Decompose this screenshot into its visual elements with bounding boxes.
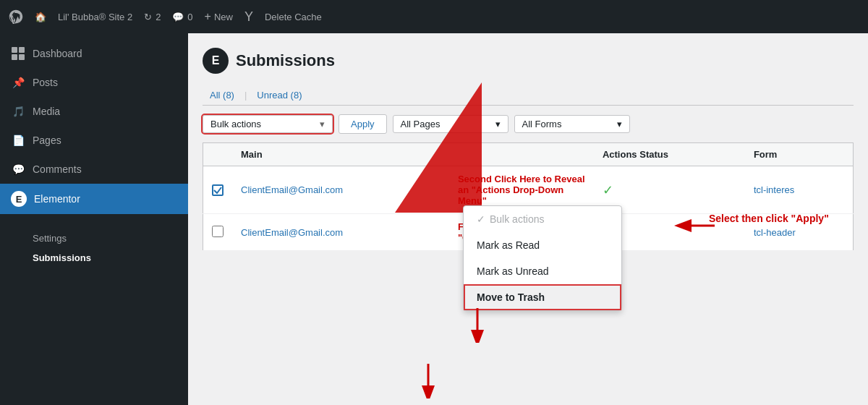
row1-checkbox[interactable] <box>212 184 224 196</box>
all-pages-dropdown[interactable]: All Pages ▾ <box>393 115 509 133</box>
sidebar-label-elementor: Elementor <box>34 193 80 205</box>
home-icon: 🏠 <box>35 12 46 22</box>
bulk-actions-dropdown[interactable]: Bulk actions ▾ <box>203 115 333 133</box>
all-forms-label: All Forms <box>522 119 562 129</box>
checkmark-icon <box>213 186 222 195</box>
col-form: Form <box>745 143 854 166</box>
elementor-page-icon: E <box>203 48 229 74</box>
yoast-button[interactable]: Y <box>244 9 253 25</box>
col-empty <box>449 143 594 166</box>
media-icon: 🎵 <box>11 104 25 119</box>
admin-bar: 🏠 Lil' Bubba® Site 2 ↻ 2 💬 0 + New Y Del… <box>0 0 868 33</box>
sidebar-item-dashboard[interactable]: Dashboard <box>0 39 188 68</box>
row1-form[interactable]: tcl-interes <box>745 166 854 214</box>
page-title: Submissions <box>236 51 335 70</box>
tab-all[interactable]: All (8) <box>203 85 242 105</box>
elementor-icon: E <box>11 191 27 207</box>
sidebar-item-comments[interactable]: 💬 Comments <box>0 155 188 184</box>
home-icon-button[interactable]: 🏠 <box>35 12 46 22</box>
tab-unread[interactable]: Unread (8) <box>250 85 309 105</box>
row2-email-link[interactable]: ClientEmail@Gmail.com <box>241 227 343 238</box>
svg-rect-2 <box>12 54 17 60</box>
main-content: E Submissions All (8) | Unread (8) Bulk … <box>188 33 868 405</box>
delete-cache-button[interactable]: Delete Cache <box>265 12 322 22</box>
bulk-actions-chevron-icon: ▾ <box>320 119 325 129</box>
bulk-actions-label: Bulk actions <box>210 119 261 129</box>
layout: Dashboard 📌 Posts 🎵 Media 📄 Pages 💬 Comm… <box>0 33 868 405</box>
sidebar-label-pages: Pages <box>33 135 61 146</box>
page-header: E Submissions <box>203 48 854 74</box>
sidebar-label-dashboard: Dashboard <box>33 48 82 59</box>
row1-status-icon: ✓ <box>603 183 613 197</box>
yoast-icon: Y <box>244 9 253 25</box>
sidebar-label-media: Media <box>33 106 60 117</box>
col-main: Main <box>232 143 449 166</box>
row2-email[interactable]: ClientEmail@Gmail.com <box>232 214 449 251</box>
arrow-first-click-icon <box>420 362 437 398</box>
bulk-actions-dropdown-menu[interactable]: ✓ Bulk actions Mark as Read Mark as Unre… <box>463 205 622 311</box>
dropdown-item-mark-unread[interactable]: Mark as Unread <box>464 258 621 284</box>
wp-logo-icon <box>9 9 23 24</box>
sidebar-label-comments: Comments <box>33 163 82 175</box>
all-forms-chevron-icon: ▾ <box>617 119 622 129</box>
row1-email-link[interactable]: ClientEmail@Gmail.com <box>241 184 343 195</box>
dropdown-item-move-trash[interactable]: Move to Trash <box>464 284 621 310</box>
apply-button[interactable]: Apply <box>339 114 387 134</box>
svg-rect-3 <box>19 54 25 60</box>
row1-checkbox-cell[interactable] <box>203 166 233 214</box>
checkmark-indicator: ✓ <box>477 213 485 225</box>
sidebar-item-media[interactable]: 🎵 Media <box>0 97 188 126</box>
row2-form[interactable]: tcl-header <box>745 214 854 251</box>
sidebar-item-elementor[interactable]: E Elementor <box>0 184 188 214</box>
updates-icon: ↻ <box>144 12 152 22</box>
sidebar-item-pages[interactable]: 📄 Pages <box>0 126 188 155</box>
sidebar-item-posts[interactable]: 📌 Posts <box>0 68 188 97</box>
tab-separator: | <box>242 90 250 101</box>
tabs-bar: All (8) | Unread (8) <box>203 85 854 106</box>
comments-button[interactable]: 💬 0 <box>172 12 192 22</box>
dashboard-icon <box>11 46 25 61</box>
pages-icon: 📄 <box>11 133 25 148</box>
updates-button[interactable]: ↻ 2 <box>144 12 161 22</box>
comments-bubble-icon: 💬 <box>11 162 25 176</box>
row2-checkbox[interactable] <box>212 226 224 237</box>
dropdown-item-bulk-actions: ✓ Bulk actions <box>464 206 621 232</box>
row1-email[interactable]: ClientEmail@Gmail.com <box>232 166 449 214</box>
svg-rect-0 <box>12 47 17 53</box>
row1-form-link[interactable]: tcl-interes <box>754 184 794 195</box>
sidebar-item-submissions[interactable]: Submissions <box>0 248 188 268</box>
sidebar-label-submissions: Submissions <box>33 252 91 263</box>
all-pages-chevron-icon: ▾ <box>495 119 501 129</box>
col-actions-status: Actions Status <box>594 143 745 166</box>
dropdown-item-mark-read[interactable]: Mark as Read <box>464 232 621 258</box>
new-button[interactable]: + New <box>205 10 233 23</box>
wp-logo-button[interactable] <box>9 9 23 24</box>
sidebar-item-settings[interactable]: Settings <box>0 229 188 248</box>
comments-icon: 💬 <box>172 12 184 22</box>
sidebar: Dashboard 📌 Posts 🎵 Media 📄 Pages 💬 Comm… <box>0 33 188 405</box>
row2-checkbox-cell[interactable] <box>203 214 233 251</box>
sidebar-label-settings: Settings <box>33 233 67 244</box>
site-name[interactable]: Lil' Bubba® Site 2 <box>58 12 132 22</box>
svg-rect-1 <box>19 47 25 53</box>
all-forms-dropdown[interactable]: All Forms ▾ <box>514 115 630 133</box>
all-pages-label: All Pages <box>401 119 441 129</box>
col-checkbox <box>203 143 233 166</box>
row2-form-link[interactable]: tcl-header <box>754 227 796 238</box>
sidebar-label-posts: Posts <box>33 77 58 88</box>
plus-icon: + <box>205 10 211 23</box>
posts-icon: 📌 <box>11 75 25 90</box>
filter-bar: Bulk actions ▾ Apply All Pages ▾ All For… <box>203 114 854 134</box>
arrow-second-click-icon <box>469 307 486 343</box>
